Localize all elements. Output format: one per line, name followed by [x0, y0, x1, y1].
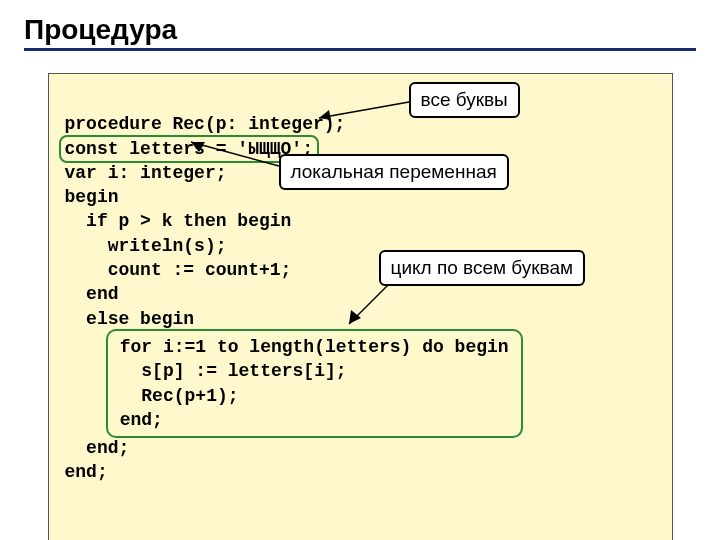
code-line-10: for i:=1 to length(letters) do begin	[120, 337, 509, 357]
svg-line-4	[349, 279, 394, 324]
code-line-3: var i: integer;	[65, 163, 227, 183]
title-divider	[24, 48, 696, 51]
code-line-8: end	[65, 284, 119, 304]
code-line-15: end;	[65, 462, 108, 482]
code-line-12: Rec(p+1);	[120, 386, 239, 406]
code-line-5: if p > k then begin	[65, 211, 292, 231]
code-line-13: end;	[120, 410, 163, 430]
code-line-9: else begin	[65, 309, 195, 329]
callout-all-letters: все буквы	[409, 82, 520, 118]
highlight-for-loop: for i:=1 to length(letters) do begin s[p…	[108, 331, 521, 436]
code-line-14: end;	[65, 438, 130, 458]
svg-marker-5	[349, 310, 361, 324]
callout-loop-all-letters: цикл по всем буквам	[379, 250, 586, 286]
code-block: procedure Rec(p: integer); const letters…	[48, 73, 673, 540]
slide-title: Процедура	[24, 14, 696, 46]
code-line-6: writeln(s);	[65, 236, 227, 256]
code-line-7: count := count+1;	[65, 260, 292, 280]
callout-local-variable: локальная переменная	[279, 154, 509, 190]
code-line-1: procedure Rec(p: integer);	[65, 114, 346, 134]
code-line-4: begin	[65, 187, 119, 207]
code-line-11: s[p] := letters[i];	[120, 361, 347, 381]
